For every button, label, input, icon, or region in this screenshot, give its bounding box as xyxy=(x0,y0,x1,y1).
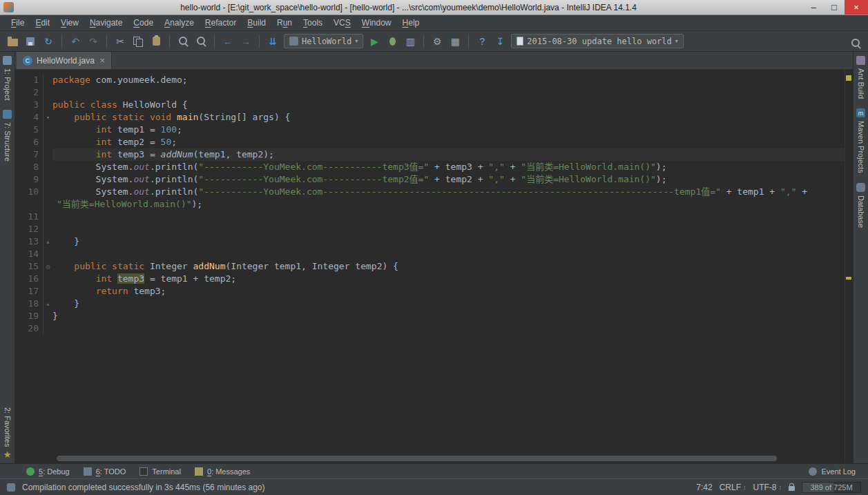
terminal-icon xyxy=(139,467,148,476)
menu-tools[interactable]: Tools xyxy=(298,16,328,30)
code-text: System.out.println("-----------YouMeek.c… xyxy=(52,173,853,186)
menu-navigate[interactable]: Navigate xyxy=(84,16,128,30)
menu-refactor[interactable]: Refactor xyxy=(200,16,242,30)
gutter-marker xyxy=(43,136,52,148)
gutter-marker xyxy=(43,211,52,223)
search-everywhere-icon[interactable] xyxy=(849,36,862,50)
code-editor[interactable]: 1package com.youmeek.demo;23public class… xyxy=(15,70,853,463)
find-icon[interactable] xyxy=(176,35,190,48)
project-structure-icon[interactable]: ▦ xyxy=(448,35,462,48)
run-icon[interactable]: ▶ xyxy=(367,35,381,48)
menu-code[interactable]: Code xyxy=(128,16,159,30)
combo-label: 2015-08-30 update hello world xyxy=(527,37,672,46)
help-icon[interactable]: ? xyxy=(475,35,489,48)
code-line[interactable]: 11 xyxy=(15,211,853,223)
error-stripe-mark[interactable] xyxy=(846,277,851,280)
tool-window-button-ant-build[interactable]: Ant Build xyxy=(856,56,865,99)
close-icon[interactable]: × xyxy=(845,0,868,14)
code-line[interactable]: 12 xyxy=(15,223,853,235)
foldend-marker[interactable]: ▴ xyxy=(43,235,52,248)
menu-analyze[interactable]: Analyze xyxy=(159,16,200,30)
menu-vcs[interactable]: VCS xyxy=(328,16,356,30)
menu-run[interactable]: Run xyxy=(271,16,298,30)
error-stripe[interactable] xyxy=(845,70,853,463)
line-number: 3 xyxy=(15,99,43,111)
tool-window-button-7-structure[interactable]: 7: Structure xyxy=(3,110,12,162)
maximize-icon[interactable]: □ xyxy=(824,0,845,14)
tool-window-button-5-debug[interactable]: 5: Debug xyxy=(19,464,77,478)
foldend-marker[interactable]: ▴ xyxy=(43,298,52,310)
code-line[interactable]: 1package com.youmeek.demo; xyxy=(15,74,853,86)
forward-icon[interactable]: → xyxy=(239,35,253,48)
menu-help[interactable]: Help xyxy=(397,16,425,30)
method-marker[interactable]: ◎ xyxy=(43,260,52,273)
horizontal-scrollbar[interactable] xyxy=(57,456,777,461)
menu-window[interactable]: Window xyxy=(356,16,397,30)
undo-icon[interactable]: ↶ xyxy=(68,35,82,48)
memory-indicator[interactable]: 389 of 725M xyxy=(802,482,861,493)
code-line[interactable]: 10 System.out.println("-----------YouMee… xyxy=(15,186,853,198)
code-line[interactable]: 19} xyxy=(15,310,853,322)
open-folder-icon[interactable] xyxy=(6,35,19,48)
menu-build[interactable]: Build xyxy=(242,16,271,30)
sync-icon[interactable]: ↻ xyxy=(41,35,55,48)
error-stripe-mark[interactable] xyxy=(846,75,851,81)
tab-helloworld-java[interactable]: C HelloWorld.java × xyxy=(17,52,112,69)
code-line[interactable]: 14 xyxy=(15,248,853,260)
vcs-changelist-select[interactable]: 2015-08-30 update hello world▾ xyxy=(511,34,684,48)
tool-window-button-database[interactable]: Database xyxy=(856,183,865,228)
code-line[interactable]: 3public class HelloWorld { xyxy=(15,99,853,111)
code-line[interactable]: 5 int temp1 = 100; xyxy=(15,124,853,136)
back-icon[interactable]: ← xyxy=(221,35,235,48)
encoding-widget[interactable]: UTF-8↕ xyxy=(753,483,782,492)
code-line[interactable]: 18▴ } xyxy=(15,298,853,310)
make-project-icon[interactable]: ⇊ xyxy=(266,35,280,48)
replace-icon[interactable] xyxy=(194,35,208,48)
code-line-wrap[interactable]: "当前类=HelloWorld.main()"); xyxy=(15,198,853,211)
background-tasks-icon[interactable] xyxy=(7,483,15,492)
code-line[interactable]: 15◎ public static Integer addNum(Integer… xyxy=(15,260,853,273)
settings-icon[interactable]: ⚙ xyxy=(430,35,444,48)
code-line[interactable]: 8 System.out.println("-----------YouMeek… xyxy=(15,161,853,173)
tool-window-button-6-todo[interactable]: 6: TODO xyxy=(77,464,133,478)
code-line[interactable]: 13▴ } xyxy=(15,235,853,248)
code-line[interactable]: 20 xyxy=(15,322,853,335)
tool-window-button-1-project[interactable]: 1: Project xyxy=(3,56,12,100)
database-icon xyxy=(856,183,865,192)
code-line[interactable]: 7 int temp3 = addNum(temp1, temp2); xyxy=(15,148,853,161)
menu-view[interactable]: View xyxy=(55,16,84,30)
coverage-icon[interactable]: ▥ xyxy=(403,35,417,48)
code-line[interactable]: 2 xyxy=(15,86,853,99)
run-configuration-select[interactable]: HelloWorld▾ xyxy=(284,34,363,48)
tool-window-button-0-messages[interactable]: 0: Messages xyxy=(188,464,257,478)
code-line[interactable]: 9 System.out.println("-----------YouMeek… xyxy=(15,173,853,186)
caret-position-widget[interactable]: 7:42 xyxy=(696,483,712,492)
code-line[interactable]: 17 return temp3; xyxy=(15,285,853,298)
paste-icon[interactable] xyxy=(149,35,163,48)
redo-icon[interactable]: ↷ xyxy=(86,35,100,48)
tab-close-icon[interactable]: × xyxy=(100,56,105,66)
copy-icon[interactable] xyxy=(131,35,145,48)
minimize-icon[interactable]: – xyxy=(803,0,824,14)
menu-file[interactable]: File xyxy=(6,16,30,30)
code-text: int temp3 = temp1 + temp2; xyxy=(52,273,853,285)
menu-edit[interactable]: Edit xyxy=(30,16,55,30)
magnifier-icon xyxy=(851,38,861,48)
left-stripe-top: 1: Project7: Structure xyxy=(3,56,12,162)
code-line[interactable]: 16 int temp3 = temp1 + temp2; xyxy=(15,273,853,285)
save-icon[interactable] xyxy=(23,35,37,48)
tool-window-button-event-log[interactable]: Event Log xyxy=(802,464,862,478)
tool-window-button-terminal[interactable]: Terminal xyxy=(133,464,188,478)
fold-marker[interactable]: ▾ xyxy=(43,111,52,124)
code-line[interactable]: 4▾ public static void main(String[] args… xyxy=(15,111,853,124)
line-separator-widget[interactable]: CRLF↕ xyxy=(720,483,746,492)
line-separator: CRLF xyxy=(720,483,741,492)
tool-window-button-maven-projects[interactable]: mMaven Projects xyxy=(856,108,865,173)
lock-icon[interactable] xyxy=(789,486,795,491)
cut-icon[interactable]: ✂ xyxy=(113,35,127,48)
tool-window-button-2-favorites[interactable]: 2: Favorites★ xyxy=(3,407,12,459)
code-line[interactable]: 6 int temp2 = 50; xyxy=(15,136,853,148)
vcs-update-icon[interactable]: ↧ xyxy=(493,35,507,48)
debug-icon[interactable] xyxy=(385,35,399,48)
main-toolbar: ↻↶↷✂←→⇊HelloWorld▾▶▥⚙▦?↧2015-08-30 updat… xyxy=(0,31,868,52)
